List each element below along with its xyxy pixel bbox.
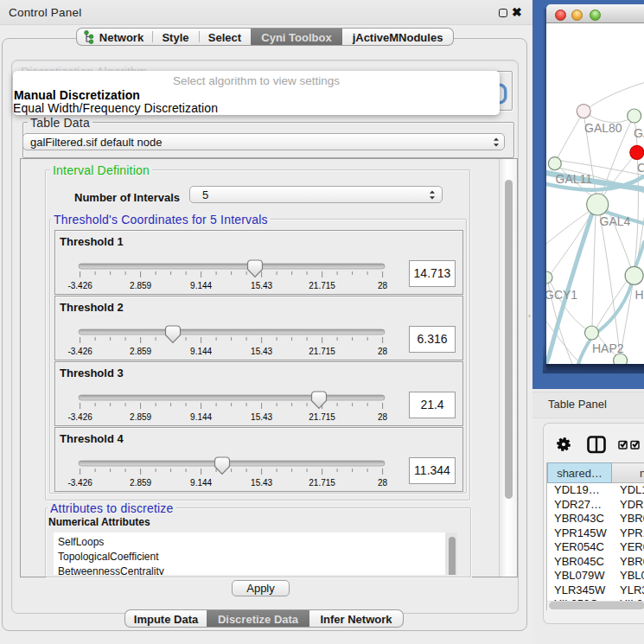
svg-text:21.715: 21.715: [309, 478, 335, 488]
svg-text:GCY1: GCY1: [546, 288, 577, 302]
svg-text:GA: GA: [634, 126, 644, 140]
svg-text:H: H: [635, 288, 644, 302]
svg-text:28: 28: [378, 412, 388, 422]
svg-text:15.43: 15.43: [251, 281, 272, 290]
svg-text:GAL11: GAL11: [556, 172, 593, 186]
svg-text:C: C: [637, 161, 644, 175]
svg-text:9.144: 9.144: [190, 347, 212, 356]
svg-text:9.144: 9.144: [190, 478, 212, 488]
svg-text:15.43: 15.43: [251, 478, 272, 488]
svg-text:2.859: 2.859: [130, 281, 151, 290]
svg-text:9.144: 9.144: [190, 281, 212, 290]
svg-text:2.859: 2.859: [130, 347, 151, 356]
svg-text:21.715: 21.715: [309, 412, 335, 422]
svg-text:-3.426: -3.426: [67, 412, 92, 422]
svg-text:-3.426: -3.426: [67, 281, 92, 290]
svg-text:HAP2: HAP2: [592, 341, 624, 355]
svg-text:28: 28: [378, 281, 388, 290]
svg-text:-3.426: -3.426: [67, 347, 92, 356]
svg-text:28: 28: [378, 478, 388, 488]
svg-text:28: 28: [378, 347, 388, 356]
svg-text:15.43: 15.43: [251, 412, 272, 422]
svg-text:2.859: 2.859: [130, 412, 151, 422]
svg-text:2.859: 2.859: [130, 478, 151, 488]
svg-text:-3.426: -3.426: [67, 478, 92, 488]
svg-text:15.43: 15.43: [251, 347, 272, 356]
svg-text:GAL4: GAL4: [600, 214, 631, 228]
svg-text:GAL80: GAL80: [584, 121, 622, 135]
svg-text:21.715: 21.715: [309, 347, 335, 356]
svg-text:21.715: 21.715: [309, 281, 335, 290]
svg-text:9.144: 9.144: [190, 412, 212, 422]
